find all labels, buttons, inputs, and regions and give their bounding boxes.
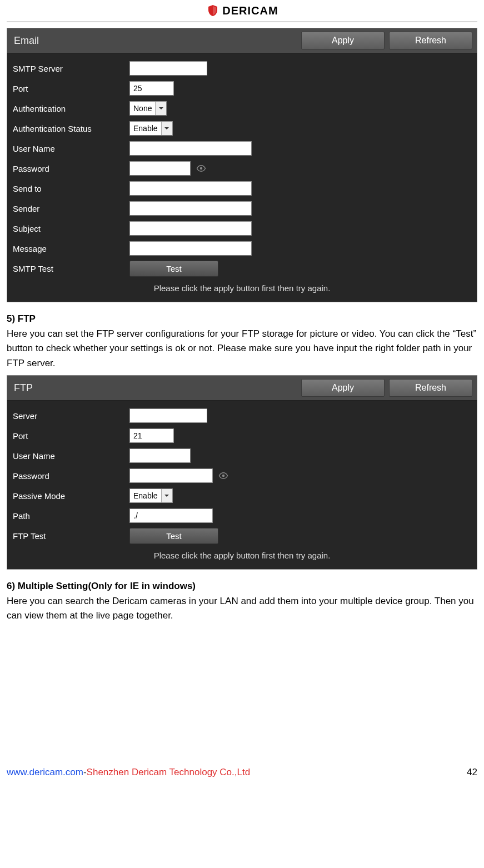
- message-input[interactable]: [129, 241, 252, 256]
- chevron-down-icon: [161, 489, 172, 502]
- footer-left: www.dericam.com-Shenzhen Dericam Technol…: [7, 767, 250, 778]
- ftp-panel-title: FTP: [12, 382, 33, 394]
- authentication-status-select[interactable]: Enable: [129, 121, 173, 136]
- section-5-paragraph: Here you can set the FTP server configur…: [7, 327, 477, 371]
- smtp-test-label: SMTP Test: [13, 264, 129, 273]
- ftp-port-input[interactable]: [129, 428, 174, 443]
- passive-mode-select[interactable]: Enable: [129, 488, 173, 503]
- apply-button[interactable]: Apply: [301, 379, 385, 397]
- smtp-server-label: SMTP Server: [13, 64, 129, 73]
- footer-site: www.dericam.com: [7, 767, 83, 777]
- brand-name: DERICAM: [222, 4, 278, 17]
- refresh-button[interactable]: Refresh: [389, 379, 472, 397]
- ftp-username-label: User Name: [13, 451, 129, 461]
- svg-point-1: [222, 475, 225, 477]
- sendto-label: Send to: [13, 184, 129, 193]
- sender-label: Sender: [13, 204, 129, 213]
- password-input[interactable]: [129, 161, 191, 176]
- subject-input[interactable]: [129, 221, 252, 236]
- port-label: Port: [13, 84, 129, 93]
- port-input[interactable]: [129, 81, 174, 96]
- brand-shield-icon: [206, 3, 220, 18]
- server-input[interactable]: [129, 408, 207, 423]
- email-hint-text: Please click the apply button first then…: [13, 279, 471, 294]
- authentication-status-value: Enable: [133, 124, 158, 133]
- email-settings-panel: Email Apply Refresh SMTP Server Port Aut…: [7, 28, 477, 302]
- message-label: Message: [13, 244, 129, 253]
- chevron-down-icon: [161, 122, 172, 135]
- sender-input[interactable]: [129, 201, 252, 216]
- username-label: User Name: [13, 144, 129, 153]
- ftp-panel-header: FTP Apply Refresh: [7, 376, 477, 401]
- subject-label: Subject: [13, 224, 129, 233]
- test-button[interactable]: Test: [129, 528, 218, 544]
- eye-icon[interactable]: [217, 470, 229, 482]
- svg-point-0: [200, 167, 203, 170]
- path-input[interactable]: [129, 508, 213, 523]
- sendto-input[interactable]: [129, 181, 252, 196]
- test-button[interactable]: Test: [129, 261, 218, 277]
- eye-icon[interactable]: [195, 162, 207, 174]
- ftp-settings-panel: FTP Apply Refresh Server Port User Name …: [7, 375, 477, 570]
- chevron-down-icon: [155, 102, 166, 115]
- username-input[interactable]: [129, 141, 252, 156]
- authentication-value: None: [133, 104, 152, 113]
- email-panel-title: Email: [12, 35, 39, 47]
- passive-mode-label: Passive Mode: [13, 491, 129, 501]
- authentication-label: Authentication: [13, 104, 129, 113]
- page-footer: www.dericam.com-Shenzhen Dericam Technol…: [0, 767, 484, 778]
- section-6-paragraph: Here you can search the Dericam cameras …: [7, 594, 477, 623]
- ftp-port-label: Port: [13, 431, 129, 441]
- footer-company: Shenzhen Dericam Technology Co.,Ltd: [87, 767, 251, 777]
- ftp-hint-text: Please click the apply button first then…: [13, 546, 471, 561]
- authentication-status-label: Authentication Status: [13, 124, 129, 133]
- page-number: 42: [467, 767, 477, 778]
- email-panel-header: Email Apply Refresh: [7, 28, 477, 53]
- smtp-server-input[interactable]: [129, 61, 207, 76]
- ftp-test-label: FTP Test: [13, 531, 129, 541]
- page-header: DERICAM: [7, 0, 477, 22]
- refresh-button[interactable]: Refresh: [389, 32, 472, 49]
- section-5-heading: 5) FTP: [7, 313, 477, 325]
- authentication-select[interactable]: None: [129, 101, 167, 116]
- path-label: Path: [13, 511, 129, 521]
- server-label: Server: [13, 411, 129, 421]
- ftp-username-input[interactable]: [129, 448, 191, 463]
- section-6-heading: 6) Multiple Setting(Only for IE in windo…: [7, 581, 477, 592]
- ftp-password-label: Password: [13, 471, 129, 481]
- apply-button[interactable]: Apply: [301, 32, 385, 49]
- passive-mode-value: Enable: [133, 491, 158, 500]
- password-label: Password: [13, 164, 129, 173]
- brand-logo: DERICAM: [206, 3, 278, 18]
- ftp-password-input[interactable]: [129, 468, 213, 483]
